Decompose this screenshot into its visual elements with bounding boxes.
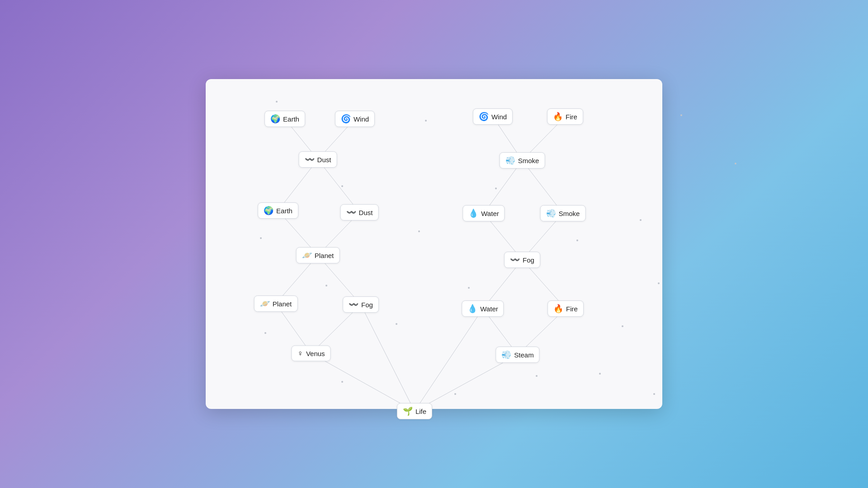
node-label-dust2: Dust: [359, 209, 373, 216]
svg-line-20: [311, 353, 415, 409]
node-icon-fire1: 🔥: [553, 112, 563, 122]
node-dust2[interactable]: 〰️Dust: [340, 204, 379, 221]
node-icon-fog1: 〰️: [510, 255, 520, 265]
decorative-dot: [680, 114, 682, 116]
graph-canvas: 🌍Earth🌀Wind🌀Wind🔥Fire〰️Dust💨Smoke🌍Earth〰…: [206, 79, 662, 409]
decorative-dot: [341, 381, 343, 383]
decorative-dot: [653, 393, 655, 395]
node-fog2[interactable]: 〰️Fog: [343, 296, 379, 313]
node-label-life: Life: [415, 408, 426, 415]
node-smoke2[interactable]: 💨Smoke: [540, 205, 586, 221]
node-dust1[interactable]: 〰️Dust: [299, 151, 337, 168]
node-label-fog2: Fog: [361, 301, 373, 309]
node-life[interactable]: 🌱Life: [397, 403, 432, 419]
node-water2[interactable]: 💧Water: [462, 300, 504, 317]
decorative-dot: [536, 375, 538, 377]
node-icon-smoke2: 💨: [546, 208, 556, 218]
node-planet1[interactable]: 🪐Planet: [296, 247, 340, 263]
node-icon-wind1: 🌀: [341, 114, 351, 124]
node-label-smoke1: Smoke: [518, 157, 539, 164]
decorative-dot: [260, 237, 262, 239]
decorative-dot: [622, 325, 623, 327]
node-label-planet2: Planet: [273, 300, 292, 308]
node-label-earth2: Earth: [276, 207, 292, 215]
decorative-dot: [396, 323, 397, 325]
decorative-dot: [495, 188, 497, 189]
node-label-wind2: Wind: [491, 113, 507, 121]
node-icon-earth2: 🌍: [264, 206, 274, 216]
node-label-smoke2: Smoke: [559, 210, 580, 217]
node-fire2[interactable]: 🔥Fire: [547, 300, 584, 317]
node-icon-fire2: 🔥: [553, 304, 563, 314]
node-venus[interactable]: ♀️Venus: [291, 346, 330, 361]
node-label-planet1: Planet: [315, 252, 334, 259]
node-label-fog1: Fog: [523, 256, 534, 264]
node-fog1[interactable]: 〰️Fog: [504, 252, 540, 268]
node-icon-planet1: 🪐: [302, 250, 312, 260]
node-label-water2: Water: [480, 305, 498, 313]
svg-line-23: [415, 309, 483, 409]
node-wind2[interactable]: 🌀Wind: [473, 108, 513, 125]
node-icon-planet2: 🪐: [260, 299, 270, 309]
decorative-dot: [425, 120, 427, 122]
svg-line-22: [361, 305, 415, 409]
decorative-dot: [418, 230, 420, 232]
node-earth1[interactable]: 🌍Earth: [264, 111, 305, 127]
node-wind1[interactable]: 🌀Wind: [335, 111, 375, 127]
decorative-dot: [468, 287, 470, 289]
node-steam[interactable]: 💨Steam: [495, 347, 539, 363]
decorative-dot: [576, 239, 578, 241]
node-label-fire2: Fire: [566, 305, 578, 313]
node-icon-water2: 💧: [467, 304, 477, 314]
node-icon-water1: 💧: [468, 208, 478, 218]
node-icon-wind2: 🌀: [479, 112, 489, 122]
decorative-dot: [326, 285, 327, 286]
node-icon-life: 🌱: [403, 406, 413, 416]
node-label-venus: Venus: [306, 350, 325, 357]
node-label-wind1: Wind: [354, 115, 369, 123]
node-label-dust1: Dust: [317, 156, 331, 164]
decorative-dot: [640, 219, 642, 221]
node-label-steam: Steam: [514, 351, 533, 359]
node-planet2[interactable]: 🪐Planet: [254, 296, 298, 312]
node-icon-venus: ♀️: [297, 349, 303, 358]
node-label-earth1: Earth: [283, 115, 299, 123]
node-smoke1[interactable]: 💨Smoke: [500, 152, 545, 169]
node-icon-earth1: 🌍: [270, 114, 280, 124]
node-label-water1: Water: [481, 210, 499, 217]
node-label-fire1: Fire: [566, 113, 577, 121]
decorative-dot: [454, 393, 456, 395]
node-icon-dust1: 〰️: [305, 155, 315, 164]
node-fire1[interactable]: 🔥Fire: [547, 108, 583, 125]
decorative-dot: [276, 101, 278, 103]
decorative-dot: [264, 332, 266, 334]
node-icon-steam: 💨: [501, 350, 511, 360]
node-icon-dust2: 〰️: [346, 207, 356, 217]
svg-line-21: [415, 355, 518, 409]
connection-lines: [206, 79, 662, 409]
node-earth2[interactable]: 🌍Earth: [258, 202, 298, 219]
decorative-dot: [599, 373, 601, 375]
decorative-dot: [658, 282, 660, 284]
node-icon-smoke1: 💨: [505, 155, 515, 165]
decorative-dot: [735, 163, 736, 164]
node-water1[interactable]: 💧Water: [462, 205, 505, 221]
decorative-dot: [341, 185, 343, 187]
node-icon-fog2: 〰️: [349, 300, 359, 310]
